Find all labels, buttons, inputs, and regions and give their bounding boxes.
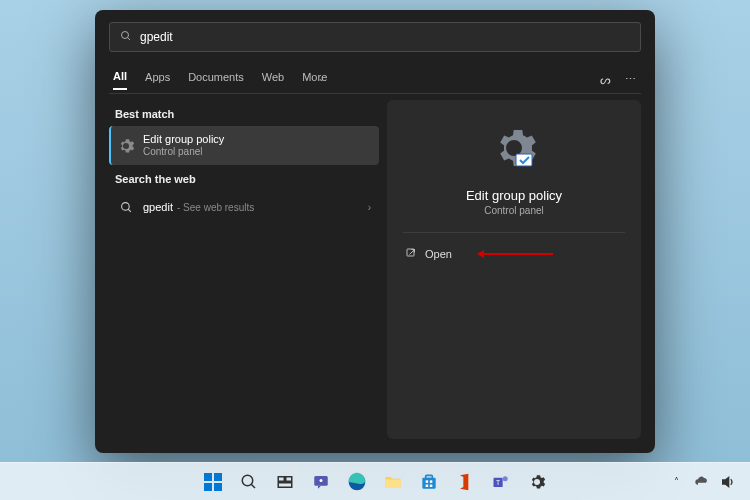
preview-title: Edit group policy [466,188,562,203]
svg-line-11 [251,484,255,488]
task-view-button[interactable] [270,467,300,497]
svg-rect-22 [430,480,433,483]
annotation-arrow [483,253,553,255]
start-search-window: All Apps Documents Web More ⌄ ᔕ ⋯ Best m… [95,10,655,453]
chat-button[interactable] [306,467,336,497]
divider [403,232,625,233]
web-result-query: gpedit [143,201,173,214]
preview-app-icon [490,126,538,178]
svg-rect-9 [214,483,222,491]
svg-rect-4 [516,154,532,166]
result-title: Edit group policy [143,133,224,146]
open-icon [405,247,417,261]
result-web-gpedit[interactable]: gpedit - See web results › [109,191,379,223]
gear-icon [117,137,135,155]
best-match-label: Best match [109,100,379,126]
svg-rect-14 [278,482,292,487]
svg-rect-23 [426,484,429,487]
sync-icon[interactable]: ᔕ [600,73,611,87]
result-subtitle: Control panel [143,146,224,158]
svg-rect-13 [286,476,292,481]
web-result-suffix: - See web results [177,202,254,214]
svg-line-1 [128,37,131,40]
taskbar-search-button[interactable] [234,467,264,497]
tab-apps[interactable]: Apps [145,71,170,89]
svg-rect-7 [214,473,222,481]
search-web-label: Search the web [109,165,379,191]
more-options-icon[interactable]: ⋯ [625,73,637,86]
preview-pane: Edit group policy Control panel Open [387,100,641,439]
tray-chevron-icon[interactable]: ˄ [668,474,684,490]
svg-rect-20 [426,475,433,478]
svg-rect-5 [407,249,414,256]
onedrive-icon[interactable] [694,474,710,490]
office-button[interactable] [450,467,480,497]
svg-point-2 [121,202,129,210]
svg-line-3 [128,209,131,212]
search-icon [117,198,135,216]
results-pane: Best match Edit group policy Control pan… [109,100,379,439]
svg-point-0 [122,31,129,38]
taskbar-center: T [198,467,552,497]
svg-rect-21 [426,480,429,483]
svg-rect-24 [430,484,433,487]
tab-documents[interactable]: Documents [188,71,244,89]
system-tray[interactable]: ˄ [668,474,750,490]
volume-icon[interactable] [720,474,736,490]
preview-subtitle: Control panel [484,205,543,216]
store-button[interactable] [414,467,444,497]
svg-point-10 [242,475,253,486]
tab-more[interactable]: More ⌄ [302,71,327,89]
open-label: Open [425,248,452,260]
svg-text:T: T [496,478,500,485]
result-edit-group-policy[interactable]: Edit group policy Control panel [109,126,379,165]
svg-rect-8 [204,483,212,491]
edge-button[interactable] [342,467,372,497]
explorer-button[interactable] [378,467,408,497]
taskbar: T ˄ [0,462,750,500]
chevron-down-icon: ⌄ [318,74,325,83]
svg-rect-18 [386,479,401,487]
tab-all[interactable]: All [113,70,127,90]
open-action[interactable]: Open [403,241,625,267]
tab-web[interactable]: Web [262,71,284,89]
teams-button[interactable]: T [486,467,516,497]
svg-point-16 [320,479,323,482]
svg-rect-6 [204,473,212,481]
filter-tabs: All Apps Documents Web More ⌄ ᔕ ⋯ [109,66,641,94]
chevron-right-icon: › [368,202,371,213]
search-icon [120,30,132,45]
settings-button[interactable] [522,467,552,497]
start-button[interactable] [198,467,228,497]
search-input[interactable] [140,30,630,44]
search-box[interactable] [109,22,641,52]
svg-point-27 [503,476,508,481]
svg-rect-12 [278,476,284,481]
